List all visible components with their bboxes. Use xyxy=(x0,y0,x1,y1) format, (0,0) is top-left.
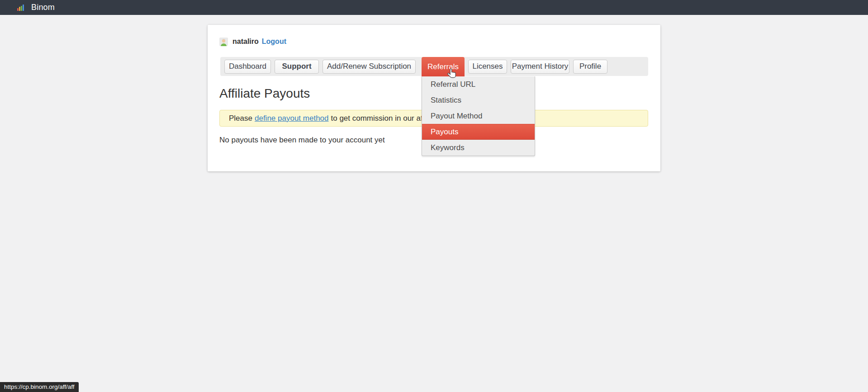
tab-licenses[interactable]: Licenses xyxy=(468,60,507,74)
menu-item-referral-url[interactable]: Referral URL xyxy=(422,76,535,92)
avatar xyxy=(219,38,228,46)
tab-profile[interactable]: Profile xyxy=(573,60,607,74)
tab-payment-history[interactable]: Payment History xyxy=(511,60,569,74)
tab-support[interactable]: Support xyxy=(275,60,319,74)
notice-text-suffix: to get commission in our affilia xyxy=(331,114,434,123)
menu-item-payouts[interactable]: Payouts xyxy=(422,124,535,140)
menu-item-statistics[interactable]: Statistics xyxy=(422,92,535,108)
page-title: Affiliate Payouts xyxy=(219,86,310,101)
brand-title: Binom xyxy=(31,3,55,12)
binom-logo-icon xyxy=(17,5,24,11)
notice-text-prefix: Please xyxy=(229,114,252,123)
user-row: nataliro Logout xyxy=(219,37,286,46)
menu-item-payout-method[interactable]: Payout Method xyxy=(422,108,535,124)
define-payout-method-link[interactable]: define payout method xyxy=(255,114,329,123)
tab-referrals[interactable]: Referrals xyxy=(422,57,465,77)
menu-item-keywords[interactable]: Keywords xyxy=(422,140,535,156)
topbar: Binom xyxy=(0,0,868,15)
status-url-tooltip: https://cp.binom.org/aff/aff xyxy=(0,382,79,392)
referrals-dropdown-menu: Referral URL Statistics Payout Method Pa… xyxy=(422,76,535,156)
empty-payouts-message: No payouts have been made to your accoun… xyxy=(219,136,385,145)
tab-add-renew-subscription[interactable]: Add/Renew Subscription xyxy=(323,60,416,74)
logout-link[interactable]: Logout xyxy=(262,38,286,46)
tab-dashboard[interactable]: Dashboard xyxy=(224,60,271,74)
username: nataliro xyxy=(232,38,259,46)
navbar: Dashboard Support Add/Renew Subscription… xyxy=(220,57,648,76)
